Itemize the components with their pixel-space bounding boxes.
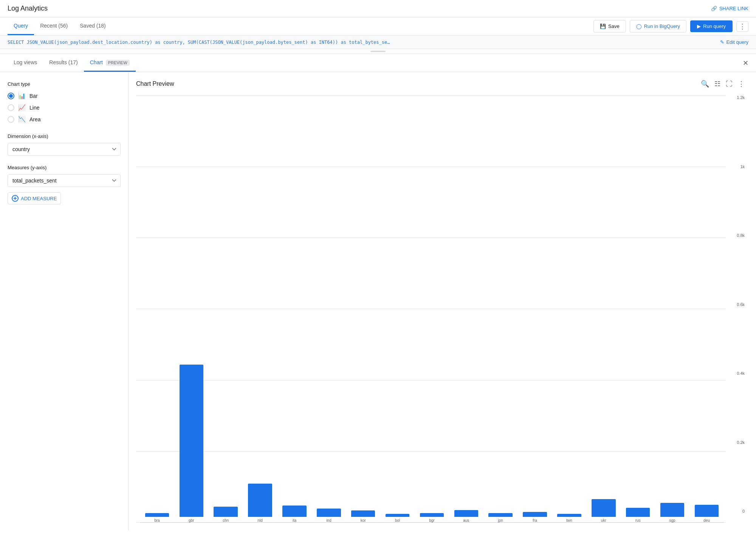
line-chart-icon: 📈	[18, 104, 26, 111]
preview-badge: PREVIEW	[106, 60, 130, 66]
main-content: Log views Results (17) Chart PREVIEW ✕ C…	[0, 54, 756, 530]
measures-dropdown[interactable]: total_packets_sent	[8, 174, 121, 187]
edit-query-label: Edit query	[726, 39, 748, 45]
chart-type-bar[interactable]: 📊 Bar	[8, 92, 121, 99]
y-label-4: 0.6k	[737, 303, 745, 307]
sql-text: SELECT JSON_VALUE(json_payload.dest_loca…	[8, 40, 716, 45]
bar-group: kor	[346, 510, 380, 523]
collapse-icon[interactable]: ✕	[743, 59, 748, 67]
bar-group: ukr	[586, 499, 621, 523]
bar-group: nld	[243, 484, 277, 523]
bar-item	[317, 509, 341, 517]
y-label-5: 0.4k	[737, 371, 745, 376]
bar-group: deu	[689, 505, 724, 523]
area-chart-icon: 📉	[18, 116, 26, 123]
bar-group: twn	[552, 514, 587, 523]
edit-query-button[interactable]: ✎ Edit query	[720, 39, 748, 45]
share-link-icon: 🔗	[711, 6, 717, 11]
bar-group: chn	[209, 507, 243, 523]
bar-item	[454, 510, 479, 517]
bars-area: bragbrchnnlditaindkorbolbgrausjpnfratwnu…	[136, 365, 724, 523]
bar-item	[557, 514, 581, 517]
grid-line-3	[136, 238, 726, 238]
bar-chart-inner: bragbrchnnlditaindkorbolbgrausjpnfratwnu…	[136, 96, 745, 523]
bar-group: sgp	[655, 503, 689, 523]
bar-item	[488, 513, 513, 517]
more-chart-icon[interactable]: ⋮	[738, 80, 745, 88]
y-axis-labels: 1.2k 1k 0.8k 0.6k 0.4k 0.2k 0	[727, 96, 745, 513]
run-query-button[interactable]: ▶ Run query	[690, 20, 733, 32]
edit-icon: ✎	[720, 39, 724, 45]
legend-icon[interactable]: ☷	[714, 80, 720, 88]
bar-item	[420, 513, 444, 517]
radio-bar[interactable]	[8, 93, 14, 99]
bar-label: ind	[326, 518, 331, 523]
bar-group: aus	[449, 510, 483, 523]
bar-label: kor	[361, 518, 366, 523]
tab-recent[interactable]: Recent (56)	[34, 17, 74, 35]
drag-bar[interactable]	[0, 49, 756, 54]
share-link-button[interactable]: 🔗 SHARE LINK	[711, 6, 748, 11]
zoom-icon[interactable]: 🔍	[701, 80, 709, 88]
drag-handle[interactable]	[370, 51, 386, 52]
bar-label: twn	[566, 518, 572, 523]
measures-title: Measures (y-axis)	[8, 165, 121, 170]
bar-item	[180, 365, 204, 517]
save-button[interactable]: 💾 Save	[593, 20, 626, 32]
add-measure-icon: +	[12, 195, 19, 202]
radio-line[interactable]	[8, 104, 14, 111]
grid-line-2	[136, 167, 726, 167]
chart-type-area[interactable]: 📉 Area	[8, 116, 121, 123]
bar-item	[386, 514, 410, 517]
bar-label: bol	[395, 518, 400, 523]
bar-item	[351, 510, 375, 517]
y-label-2: 1k	[740, 165, 745, 169]
chart-type-line[interactable]: 📈 Line	[8, 104, 121, 111]
tab-saved[interactable]: Saved (18)	[74, 17, 112, 35]
bigquery-icon: ◯	[636, 23, 642, 29]
chart-preview-actions: 🔍 ☷ ⛶ ⋮	[701, 80, 745, 88]
share-link-label: SHARE LINK	[719, 6, 748, 11]
chart-type-title: Chart type	[8, 81, 121, 87]
tab-chart[interactable]: Chart PREVIEW	[84, 54, 136, 72]
fullscreen-icon[interactable]: ⛶	[726, 80, 733, 88]
bar-label: sgp	[669, 518, 675, 523]
bar-label: aus	[463, 518, 469, 523]
run-icon: ▶	[697, 23, 701, 29]
chart-preview-area: Chart Preview 🔍 ☷ ⛶ ⋮	[129, 72, 756, 530]
tab-query[interactable]: Query	[8, 17, 34, 35]
more-options-button[interactable]: ⋮	[736, 21, 748, 32]
tab-results[interactable]: Results (17)	[43, 54, 84, 72]
bar-group: fra	[518, 512, 552, 523]
radio-area[interactable]	[8, 116, 14, 123]
bar-item	[695, 505, 719, 517]
dimension-section: Dimension (x-axis) country	[8, 133, 121, 156]
bar-label: rus	[635, 518, 641, 523]
bar-item	[145, 513, 169, 517]
bar-group: bra	[140, 513, 174, 523]
run-query-label: Run query	[703, 23, 726, 29]
view-tabs-bar: Log views Results (17) Chart PREVIEW ✕	[0, 54, 756, 72]
bar-group: ita	[277, 506, 312, 523]
bar-group: bol	[380, 514, 415, 523]
bar-label: chn	[223, 518, 229, 523]
run-bigquery-button[interactable]: ◯ Run in BigQuery	[630, 20, 686, 32]
bar-group: jpn	[483, 513, 518, 523]
radio-bar-inner	[9, 94, 13, 98]
view-tabs: Log views Results (17) Chart PREVIEW	[8, 54, 136, 72]
chart-preview-header: Chart Preview 🔍 ☷ ⛶ ⋮	[136, 80, 745, 88]
dimension-title: Dimension (x-axis)	[8, 133, 121, 139]
sql-bar: SELECT JSON_VALUE(json_payload.dest_loca…	[0, 36, 756, 49]
bar-group: rus	[621, 508, 655, 523]
tab-log-views[interactable]: Log views	[8, 54, 43, 72]
app-header: Log Analytics 🔗 SHARE LINK	[0, 0, 756, 17]
line-label: Line	[29, 105, 39, 111]
top-tabs-bar: Query Recent (56) Saved (18) 💾 Save ◯ Ru…	[0, 17, 756, 36]
bar-item	[626, 508, 650, 517]
add-measure-button[interactable]: + ADD MEASURE	[8, 192, 61, 204]
y-label-3: 0.8k	[737, 233, 745, 238]
dimension-dropdown[interactable]: country	[8, 143, 121, 156]
grid-line-4	[136, 309, 726, 309]
bar-chart-container: bragbrchnnlditaindkorbolbgrausjpnfratwnu…	[136, 96, 745, 523]
bar-label: ukr	[601, 518, 606, 523]
